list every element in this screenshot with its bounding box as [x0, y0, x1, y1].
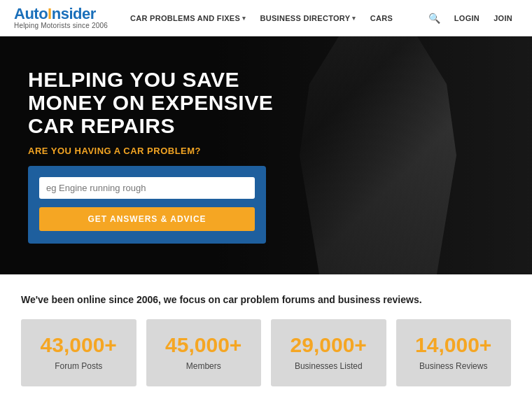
login-button[interactable]: LOGIN — [449, 11, 485, 25]
main-nav: CAR PROBLEMS AND FIXES ▾ BUSINESS DIRECT… — [125, 10, 518, 27]
stat-number: 45,000+ — [153, 335, 255, 356]
logo-highlight: I — [48, 5, 52, 22]
stat-card-forum-posts: 43,000+ Forum Posts — [21, 319, 136, 386]
nav-cars[interactable]: CARS — [365, 11, 398, 25]
search-button[interactable]: GET ANSWERS & ADVICE — [39, 207, 255, 231]
stat-label: Members — [153, 361, 255, 371]
logo-tagline: Helping Motorists since 2006 — [14, 22, 108, 29]
hero-content: HELPING YOU SAVE MONEY ON EXPENSIVE CAR … — [0, 47, 308, 265]
stats-grid: 43,000+ Forum Posts 45,000+ Members 29,0… — [21, 319, 511, 386]
stat-card-members: 45,000+ Members — [146, 319, 262, 386]
logo[interactable]: AutoInsider Helping Motorists since 2006 — [14, 6, 108, 29]
hero-subheading: ARE YOU HAVING A CAR PROBLEM? — [28, 146, 280, 156]
stat-label: Businesses Listed — [278, 361, 379, 371]
nav-car-problems[interactable]: CAR PROBLEMS AND FIXES ▾ — [125, 11, 251, 25]
stat-number: 29,000+ — [278, 335, 379, 356]
search-input[interactable] — [39, 177, 255, 199]
stat-label: Forum Posts — [28, 361, 130, 371]
stat-card-reviews: 14,000+ Business Reviews — [396, 319, 512, 386]
search-box: GET ANSWERS & ADVICE — [28, 166, 266, 244]
site-header: AutoInsider Helping Motorists since 2006… — [0, 0, 532, 36]
stats-section: We've been online since 2006, we focus o… — [0, 274, 532, 403]
stats-tagline: We've been online since 2006, we focus o… — [21, 294, 511, 305]
chevron-down-icon: ▾ — [352, 15, 356, 22]
stat-label: Business Reviews — [403, 361, 505, 371]
stat-number: 14,000+ — [403, 335, 505, 356]
hero-headline: HELPING YOU SAVE MONEY ON EXPENSIVE CAR … — [28, 68, 280, 137]
join-button[interactable]: JOIN — [488, 11, 518, 25]
search-icon[interactable]: 🔍 — [423, 10, 446, 27]
logo-text: AutoInsider — [14, 6, 108, 22]
stat-number: 43,000+ — [28, 335, 130, 356]
stat-card-businesses: 29,000+ Businesses Listed — [271, 319, 386, 386]
nav-business-directory[interactable]: BUSINESS DIRECTORY ▾ — [254, 11, 361, 25]
hero-section: HELPING YOU SAVE MONEY ON EXPENSIVE CAR … — [0, 36, 532, 274]
chevron-down-icon: ▾ — [242, 15, 246, 22]
